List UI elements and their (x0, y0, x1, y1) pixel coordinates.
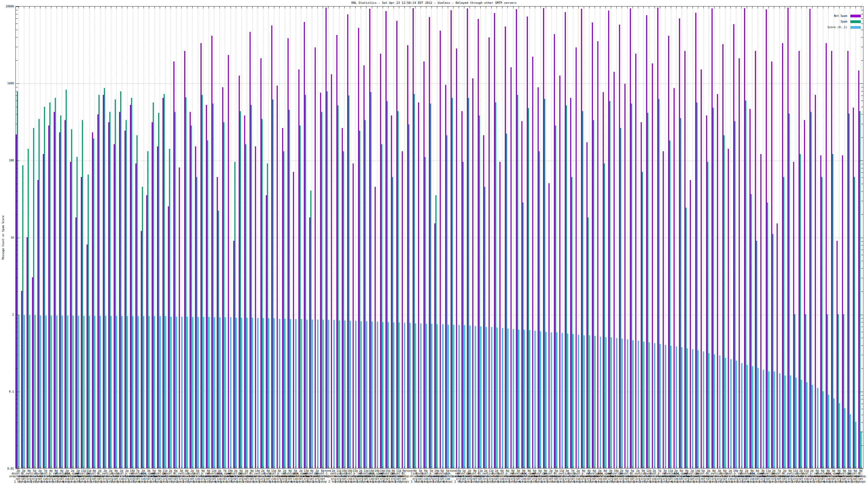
x-tick-top (279, 6, 280, 8)
bar-score (643, 341, 645, 468)
x-tick-bottom (469, 466, 470, 468)
bar-spam (104, 88, 105, 468)
bar-score (132, 316, 133, 468)
y-tick-left (16, 338, 18, 338)
x-tick-bottom (230, 466, 231, 468)
bar-score (94, 316, 95, 468)
x-tick-top (404, 6, 405, 8)
x-tick-top (752, 6, 752, 8)
bar-score (252, 318, 253, 468)
bar-spam (723, 135, 724, 468)
y-tick-left (16, 168, 18, 168)
x-tick-top (725, 6, 725, 8)
x-tick-top (796, 6, 796, 8)
bar-not-spam (510, 67, 512, 468)
bar-score (170, 317, 172, 468)
bar-score (551, 332, 552, 468)
y-tick-right (861, 355, 863, 355)
x-tick-bottom (317, 466, 318, 468)
x-tick-bottom (529, 466, 530, 468)
bar-score (159, 316, 161, 468)
x-tick-bottom (703, 466, 704, 468)
x-tick-bottom (785, 466, 785, 468)
x-tick-bottom (627, 466, 627, 468)
y-tick-right (861, 172, 863, 173)
x-tick-bottom (192, 466, 193, 468)
bar-score (518, 330, 520, 468)
bar-spam (571, 177, 572, 468)
y-tick-right (861, 164, 863, 164)
bar-not-spam (440, 31, 441, 468)
x-tick-bottom (274, 466, 274, 468)
bar-spam (805, 314, 806, 468)
x-tick-top (817, 6, 818, 8)
bar-score (475, 326, 476, 468)
bar-score (62, 316, 63, 468)
bar-spam (98, 95, 99, 468)
x-tick-top (154, 6, 155, 8)
bar-score (524, 330, 525, 468)
bar-spam (131, 98, 132, 468)
x-tick-bottom (850, 466, 850, 468)
bar-spam (713, 108, 714, 468)
bar-spam (158, 113, 159, 468)
x-tick-top (415, 6, 415, 8)
x-tick-top (122, 6, 122, 8)
legend-label-spam: Spam (841, 20, 847, 23)
legend-entry-spam: Spam (828, 19, 861, 24)
bar-not-spam (255, 147, 256, 468)
bar-score (855, 422, 856, 468)
bar-spam (321, 112, 322, 468)
bar-score (790, 376, 791, 468)
x-tick-top (497, 6, 497, 8)
x-tick-top (296, 6, 296, 8)
bar-score (230, 317, 231, 468)
x-tick-bottom (236, 466, 236, 468)
bar-score (801, 380, 802, 468)
x-tick-top (578, 6, 579, 8)
x-tick-top (698, 6, 698, 8)
bar-score (268, 318, 269, 468)
bar-score (708, 353, 710, 468)
bar-not-spam (456, 48, 457, 468)
bar-spam (93, 138, 94, 468)
bar-spam (55, 98, 56, 468)
bar-score (176, 317, 177, 468)
x-gridline (850, 6, 850, 468)
x-tick-top (241, 6, 242, 8)
bar-score (469, 326, 471, 468)
bar-not-spam (652, 63, 653, 468)
x-tick-top (676, 6, 677, 8)
x-tick-bottom (856, 466, 856, 468)
y-tick-left (16, 469, 19, 469)
y-tick-right (861, 37, 863, 37)
bar-score (594, 336, 596, 468)
bar-score (725, 358, 726, 468)
bar-not-spam (739, 58, 740, 468)
x-tick-bottom (687, 466, 687, 468)
x-tick-top (399, 6, 399, 8)
bar-score (812, 385, 813, 468)
bar-score (399, 322, 400, 468)
x-tick-bottom (507, 466, 508, 468)
bar-spam (240, 111, 241, 468)
x-tick-bottom (752, 466, 752, 468)
bar-score (757, 368, 759, 468)
y-tick-left (16, 164, 18, 164)
x-tick-bottom (323, 466, 323, 468)
bar-spam (783, 177, 784, 468)
x-tick-bottom (45, 466, 46, 468)
bar-spam (44, 107, 45, 468)
bar-spam (196, 177, 197, 468)
y-tick-left (16, 107, 18, 107)
bar-score (795, 378, 797, 468)
bar-score (491, 327, 492, 468)
x-tick-top (144, 6, 144, 8)
bar-spam (33, 128, 34, 468)
x-tick-bottom (95, 466, 95, 468)
bar-spam (544, 99, 545, 468)
x-tick-top (192, 6, 193, 8)
x-tick-top (453, 6, 454, 8)
y-tick-left (16, 177, 18, 178)
y-axis-tick-label: 1000 (1, 82, 14, 85)
